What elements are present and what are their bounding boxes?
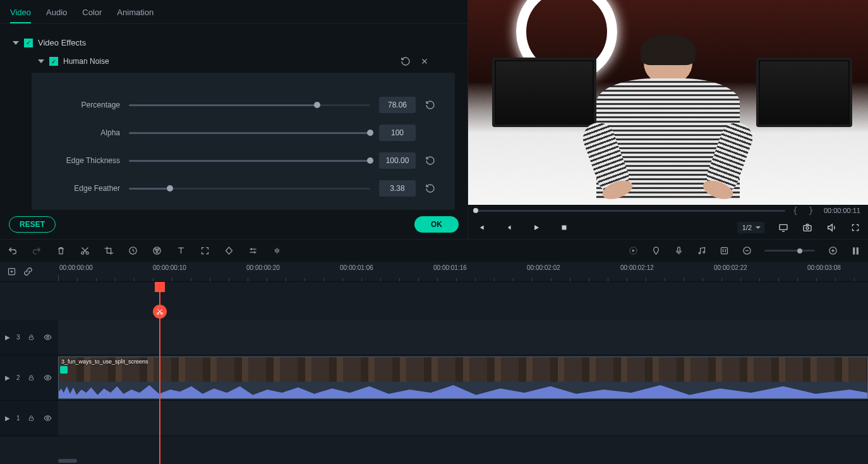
slider-percentage[interactable] (129, 104, 370, 106)
stop-icon[interactable] (559, 223, 569, 233)
play-icon[interactable] (531, 223, 541, 233)
reset-effect-icon[interactable] (401, 56, 411, 66)
value-percentage[interactable]: 78.06 (379, 97, 416, 113)
effect-tabs: Video Audio Color Animation (0, 0, 467, 24)
track-3-content[interactable] (58, 320, 868, 355)
fit-icon[interactable] (850, 246, 860, 256)
caret-down-icon[interactable] (38, 59, 44, 63)
expand-icon[interactable] (200, 246, 210, 256)
svg-point-29 (47, 417, 49, 419)
music-icon[interactable] (696, 246, 706, 256)
zoom-select[interactable]: 1/2 (737, 222, 764, 233)
zoom-in-icon[interactable] (828, 246, 838, 256)
effect-label: Human Noise (63, 57, 109, 66)
audio-wave-icon[interactable] (272, 246, 282, 256)
tick-label: 00:00:03:08 (807, 264, 841, 271)
prev-frame-icon[interactable] (476, 223, 486, 233)
scrub-track[interactable] (476, 210, 785, 212)
volume-icon[interactable] (826, 223, 836, 233)
param-label-alpha: Alpha (38, 128, 120, 137)
lock-icon[interactable] (27, 333, 37, 343)
track-2-content[interactable]: 3_fun_ways_to_use_split_screens (58, 355, 868, 400)
svg-rect-19 (853, 247, 855, 254)
timeline-scrollbar[interactable] (58, 459, 77, 463)
eye-icon[interactable] (43, 413, 53, 424)
eye-icon[interactable] (43, 333, 53, 343)
svg-rect-28 (29, 418, 33, 420)
display-icon[interactable] (778, 223, 788, 233)
split-icon[interactable] (153, 305, 167, 319)
slider-edge-thickness[interactable] (129, 160, 370, 162)
svg-rect-24 (29, 337, 33, 339)
param-label-edge-feather: Edge Feather (38, 184, 120, 193)
caret-down-icon[interactable] (13, 41, 19, 45)
preview-panel: { } 00:00:00:11 1/2 (467, 0, 868, 239)
svg-point-15 (703, 252, 705, 253)
checkbox-human-noise[interactable]: ✓ (49, 57, 58, 66)
color-icon[interactable] (152, 246, 162, 256)
preview-viewport[interactable] (468, 0, 868, 205)
close-icon[interactable] (419, 56, 430, 66)
param-label-edge-thickness: Edge Thickness (38, 156, 120, 165)
keyframe-icon[interactable] (224, 246, 234, 256)
fullscreen-icon[interactable] (850, 223, 860, 233)
lock-icon[interactable] (27, 373, 37, 383)
scissors-icon[interactable] (80, 246, 90, 256)
reset-button[interactable]: RESET (9, 216, 56, 233)
svg-rect-16 (721, 248, 727, 254)
track-type-icon: ▶ (5, 334, 10, 341)
checkbox-video-effects[interactable]: ✓ (24, 39, 33, 47)
eye-icon[interactable] (43, 373, 53, 383)
svg-point-27 (47, 377, 49, 379)
zoom-out-icon[interactable] (742, 246, 752, 256)
delete-icon[interactable] (56, 246, 66, 256)
playhead[interactable] (159, 282, 160, 464)
undo-icon[interactable] (8, 246, 18, 256)
redo-icon[interactable] (32, 246, 42, 256)
adjust-icon[interactable] (248, 246, 258, 256)
group-video-effects[interactable]: ✓ Video Effects (13, 38, 455, 47)
tab-color[interactable]: Color (82, 3, 102, 23)
lock-icon[interactable] (27, 413, 37, 424)
step-back-icon[interactable] (503, 223, 514, 233)
svg-rect-2 (780, 224, 787, 229)
speed-icon[interactable] (128, 246, 138, 256)
tick-label: 00:00:01:16 (433, 264, 467, 271)
ruler[interactable]: 00:00:00:00 00:00:00:10 00:00:00:20 00:0… (58, 262, 868, 281)
track-1-content[interactable] (58, 401, 868, 436)
mixer-icon[interactable] (719, 246, 729, 256)
tab-video[interactable]: Video (10, 3, 31, 23)
slider-alpha[interactable] (129, 132, 370, 134)
svg-rect-1 (562, 226, 567, 230)
crop-icon[interactable] (104, 246, 114, 256)
in-out-markers[interactable]: { } (793, 205, 816, 216)
value-edge-thickness[interactable]: 100.00 (379, 152, 416, 169)
microphone-icon[interactable] (673, 246, 684, 256)
slider-edge-feather[interactable] (129, 188, 370, 190)
effect-panel: Video Audio Color Animation ✓ Video Effe… (0, 0, 467, 239)
tab-animation[interactable]: Animation (117, 3, 154, 23)
reset-percentage-icon[interactable] (425, 99, 436, 111)
snapshot-icon[interactable] (802, 223, 812, 233)
svg-point-9 (155, 248, 157, 250)
ok-button[interactable]: OK (414, 216, 459, 233)
value-edge-feather[interactable]: 3.38 (379, 180, 416, 197)
render-icon[interactable] (628, 246, 638, 256)
zoom-slider[interactable] (764, 250, 815, 252)
svg-rect-3 (804, 226, 811, 231)
tick-label: 00:00:02:02 (527, 264, 560, 271)
clip-effect-badge[interactable] (60, 366, 68, 374)
value-alpha[interactable]: 100 (379, 125, 416, 141)
marker-icon[interactable] (651, 246, 661, 256)
tab-audio[interactable]: Audio (46, 3, 67, 23)
add-track-icon[interactable] (6, 267, 16, 277)
text-icon[interactable] (176, 246, 186, 256)
link-icon[interactable] (23, 267, 33, 277)
reset-edge-thickness-icon[interactable] (425, 155, 436, 166)
svg-point-11 (156, 251, 158, 253)
audio-waveform (59, 382, 867, 398)
svg-point-25 (47, 336, 49, 338)
tick-label: 00:00:02:22 (714, 264, 747, 271)
video-clip[interactable]: 3_fun_ways_to_use_split_screens (58, 357, 868, 399)
reset-edge-feather-icon[interactable] (425, 183, 436, 194)
